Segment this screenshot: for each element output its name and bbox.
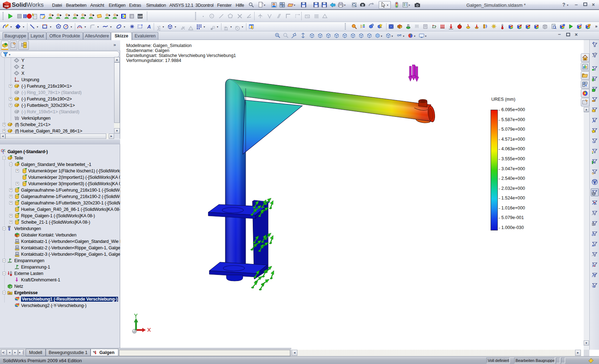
svg-text:DXF: DXF xyxy=(138,15,143,18)
svg-text:A: A xyxy=(592,244,594,247)
svg-text:u: u xyxy=(18,296,19,298)
svg-text:ε: ε xyxy=(537,24,539,26)
svg-text:u: u xyxy=(529,24,530,26)
svg-text:SW: SW xyxy=(4,5,9,8)
svg-text:!: ! xyxy=(190,27,191,30)
svg-text:½: ½ xyxy=(592,285,595,288)
svg-text:σ: σ xyxy=(520,24,522,26)
svg-text:½: ½ xyxy=(224,26,226,28)
svg-text:u: u xyxy=(18,303,19,305)
svg-text:A: A xyxy=(147,24,151,30)
